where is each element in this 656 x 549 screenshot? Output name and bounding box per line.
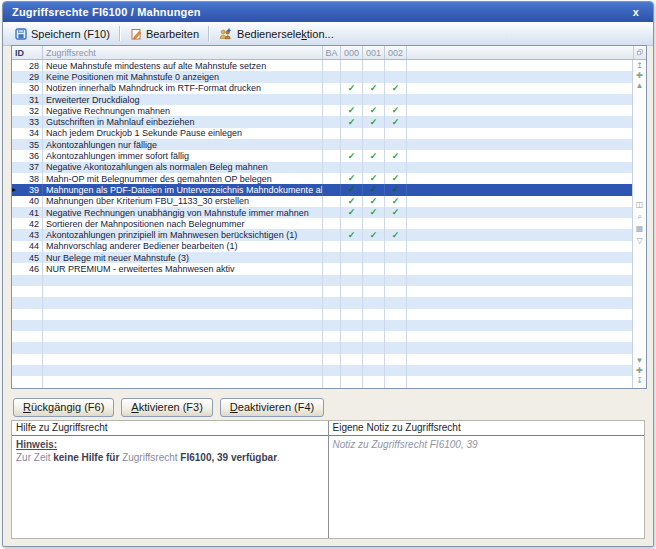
check-cell-002[interactable]: ✓: [385, 196, 407, 207]
check-cell-ba[interactable]: [323, 229, 341, 240]
table-row[interactable]: 40Mahnungen über Kriterium FBU_1133_30 e…: [12, 196, 633, 207]
check-cell-001[interactable]: ✓: [363, 116, 385, 127]
check-cell-001[interactable]: [363, 218, 385, 229]
check-cell-001[interactable]: [363, 252, 385, 263]
check-cell-000[interactable]: ✓: [341, 207, 363, 218]
check-cell-ba[interactable]: [323, 241, 341, 252]
check-cell-000[interactable]: ✓: [341, 105, 363, 116]
check-cell-002[interactable]: ✓: [385, 116, 407, 127]
table-row[interactable]: 43Akontozahlungen prinzipiell im Mahnwes…: [12, 229, 633, 240]
check-cell-ba[interactable]: [323, 196, 341, 207]
check-cell-002[interactable]: ✓: [385, 184, 407, 195]
check-cell-ba[interactable]: [323, 60, 341, 71]
check-cell-001[interactable]: [363, 128, 385, 139]
check-cell-001[interactable]: ✓: [363, 83, 385, 94]
check-cell-000[interactable]: [341, 162, 363, 173]
column-header-ba[interactable]: BA: [323, 46, 341, 59]
column-header-002[interactable]: 002: [385, 46, 407, 59]
check-cell-000[interactable]: [341, 139, 363, 150]
check-cell-000[interactable]: [341, 71, 363, 82]
check-cell-002[interactable]: [385, 94, 407, 105]
scroll-last-icon[interactable]: ↧: [633, 376, 646, 386]
check-cell-ba[interactable]: [323, 105, 341, 116]
check-cell-001[interactable]: ✓: [363, 105, 385, 116]
table-row[interactable]: 33Gutschriften in Mahnlauf einbeziehen✓✓…: [12, 116, 633, 127]
table-row[interactable]: 37Negative Akontozahlungen als normalen …: [12, 162, 633, 173]
column-header-id[interactable]: ID: [12, 46, 43, 59]
check-cell-ba[interactable]: [323, 150, 341, 161]
edit-button[interactable]: Bearbeiten: [123, 26, 206, 42]
check-cell-000[interactable]: [341, 241, 363, 252]
table-row[interactable]: 41Negative Rechnungen unabhängig von Mah…: [12, 207, 633, 218]
note-panel-content[interactable]: Notiz zu Zugriffsrecht FI6100, 39: [329, 436, 645, 453]
columns-icon[interactable]: ◫: [633, 200, 646, 210]
check-cell-002[interactable]: ✓: [385, 150, 407, 161]
table-row[interactable]: 32Negative Rechnungen mahnen✓✓✓: [12, 105, 633, 116]
check-cell-ba[interactable]: [323, 116, 341, 127]
save-button[interactable]: Speichern (F10): [8, 26, 117, 42]
table-row[interactable]: 34Nach jedem Druckjob 1 Sekunde Pause ei…: [12, 128, 633, 139]
check-cell-002[interactable]: [385, 263, 407, 274]
filter-icon[interactable]: ▽: [633, 236, 646, 246]
table-row[interactable]: 44Mahnvorschlag anderer Bediener bearbei…: [12, 241, 633, 252]
table-row[interactable]: 45Nur Belege mit neuer Mahnstufe (3): [12, 252, 633, 263]
check-cell-ba[interactable]: [323, 173, 341, 184]
check-cell-ba[interactable]: [323, 71, 341, 82]
check-cell-000[interactable]: [341, 263, 363, 274]
check-cell-001[interactable]: ✓: [363, 184, 385, 195]
check-cell-001[interactable]: [363, 139, 385, 150]
check-cell-001[interactable]: ✓: [363, 229, 385, 240]
check-cell-ba[interactable]: [323, 94, 341, 105]
check-cell-002[interactable]: [385, 162, 407, 173]
check-cell-ba[interactable]: [323, 83, 341, 94]
check-cell-ba[interactable]: [323, 128, 341, 139]
check-cell-001[interactable]: [363, 94, 385, 105]
check-cell-001[interactable]: ✓: [363, 196, 385, 207]
insert-row-icon[interactable]: ✚: [633, 71, 646, 81]
check-cell-ba[interactable]: [323, 263, 341, 274]
deactivate-button[interactable]: Deaktivieren (F4): [220, 398, 324, 417]
column-header-001[interactable]: 001: [363, 46, 385, 59]
table-row[interactable]: 42Sortieren der Mahnpositionen nach Bele…: [12, 218, 633, 229]
check-cell-001[interactable]: [363, 162, 385, 173]
scroll-first-icon[interactable]: ↥: [633, 61, 646, 71]
check-cell-000[interactable]: ✓: [341, 173, 363, 184]
search-icon[interactable]: ⌕: [633, 212, 646, 222]
table-row[interactable]: 35Akontozahlungen nur fällige: [12, 139, 633, 150]
check-cell-000[interactable]: ✓: [341, 184, 363, 195]
check-cell-002[interactable]: [385, 128, 407, 139]
check-cell-000[interactable]: [341, 218, 363, 229]
check-cell-001[interactable]: ✓: [363, 173, 385, 184]
scroll-up-icon[interactable]: ▲: [633, 81, 646, 91]
check-cell-000[interactable]: [341, 252, 363, 263]
check-cell-002[interactable]: [385, 241, 407, 252]
table-row[interactable]: 30Notizen innerhalb Mahndruck im RTF-For…: [12, 83, 633, 94]
check-cell-002[interactable]: [385, 71, 407, 82]
undo-button[interactable]: Rückgängig (F6): [13, 398, 114, 417]
check-cell-001[interactable]: ✓: [363, 150, 385, 161]
check-cell-ba[interactable]: [323, 139, 341, 150]
check-cell-ba[interactable]: [323, 207, 341, 218]
check-cell-000[interactable]: [341, 60, 363, 71]
table-row[interactable]: 28Neue Mahnstufe mindestens auf alte Mah…: [12, 60, 633, 71]
check-cell-001[interactable]: [363, 241, 385, 252]
copy-icon[interactable]: [633, 46, 646, 59]
check-cell-ba[interactable]: [323, 162, 341, 173]
check-cell-002[interactable]: [385, 139, 407, 150]
table-row[interactable]: 31Erweiterter Druckdialog: [12, 94, 633, 105]
check-cell-002[interactable]: [385, 218, 407, 229]
check-cell-000[interactable]: ✓: [341, 229, 363, 240]
check-cell-000[interactable]: ✓: [341, 116, 363, 127]
check-cell-002[interactable]: ✓: [385, 173, 407, 184]
table-row[interactable]: 46NUR PREMIUM - erweitertes Mahnwesen ak…: [12, 263, 633, 274]
scroll-down-icon[interactable]: ▼: [633, 356, 646, 366]
check-cell-000[interactable]: [341, 94, 363, 105]
check-cell-001[interactable]: [363, 71, 385, 82]
table-row[interactable]: 36Akontozahlungen immer sofort fällig✓✓✓: [12, 150, 633, 161]
check-cell-000[interactable]: [341, 128, 363, 139]
check-cell-001[interactable]: [363, 263, 385, 274]
check-cell-002[interactable]: [385, 60, 407, 71]
check-cell-002[interactable]: [385, 252, 407, 263]
table-row[interactable]: 29Keine Positionen mit Mahnstufe 0 anzei…: [12, 71, 633, 82]
activate-button[interactable]: Aktivieren (F3): [121, 398, 213, 417]
